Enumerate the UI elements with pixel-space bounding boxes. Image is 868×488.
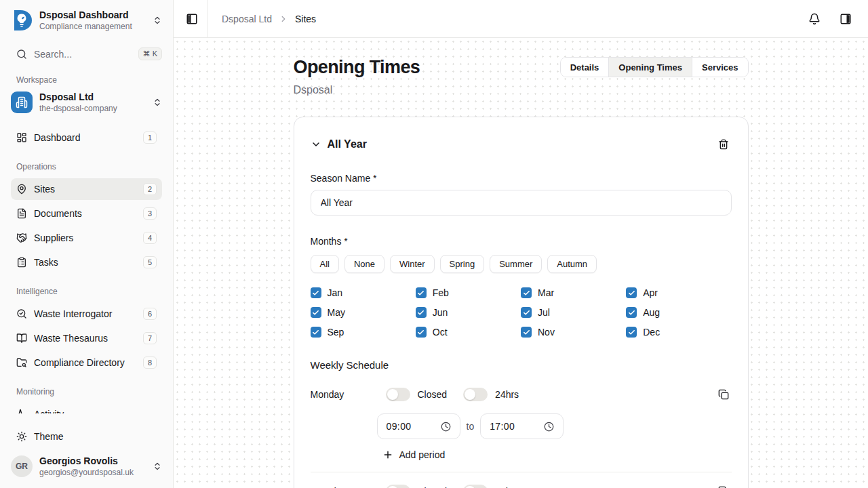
chevron-right-icon bbox=[279, 14, 288, 24]
24hrs-toggle[interactable] bbox=[463, 388, 488, 401]
month-label: Sep bbox=[328, 327, 344, 338]
preset-all-button[interactable]: All bbox=[311, 255, 339, 273]
app-logo-icon bbox=[11, 9, 33, 31]
bell-icon bbox=[808, 13, 821, 25]
month-label: Jun bbox=[433, 307, 448, 318]
sidebar-item-tasks[interactable]: Tasks 5 bbox=[11, 251, 162, 273]
season-name-input[interactable] bbox=[311, 190, 732, 216]
sidebar-item-waste-interrogator[interactable]: Waste Interrogator 6 bbox=[11, 303, 162, 325]
close-time-value: 17:00 bbox=[490, 421, 544, 432]
sidebar-item-waste-thesaurus[interactable]: Waste Thesaurus 7 bbox=[11, 327, 162, 349]
checkbox-checked bbox=[311, 327, 321, 338]
month-checkbox-oct[interactable]: Oct bbox=[416, 327, 521, 338]
sidebar-footer: Theme GR Georgios Rovolis georgios@yourd… bbox=[11, 426, 162, 481]
clock-icon[interactable] bbox=[441, 422, 451, 432]
close-time-input[interactable]: 17:00 bbox=[480, 413, 564, 439]
handshake-icon bbox=[16, 232, 27, 243]
sidebar-toggle-button[interactable] bbox=[183, 10, 201, 28]
nav-badge: 5 bbox=[143, 256, 157, 268]
day-row-monday: Monday Closed 24hrs 09:00 bbox=[311, 386, 732, 472]
toggle-knob bbox=[387, 389, 398, 400]
preset-spring-button[interactable]: Spring bbox=[440, 255, 485, 273]
month-checkbox-jul[interactable]: Jul bbox=[521, 307, 626, 318]
checkbox-checked bbox=[311, 287, 321, 298]
copy-icon bbox=[718, 389, 729, 400]
workspace-avatar bbox=[11, 92, 33, 113]
sidebar-item-label: Compliance Directory bbox=[34, 357, 125, 368]
workspace-switcher[interactable]: Dsposal Ltd the-dsposal-company bbox=[11, 92, 162, 113]
sidebar-item-activity[interactable]: Activity bbox=[11, 403, 162, 413]
preset-winter-button[interactable]: Winter bbox=[390, 255, 435, 273]
month-checkbox-jan[interactable]: Jan bbox=[311, 287, 416, 298]
copy-day-button[interactable] bbox=[715, 386, 732, 403]
breadcrumb-parent[interactable]: Dsposal Ltd bbox=[222, 14, 272, 24]
tab-services[interactable]: Services bbox=[692, 58, 748, 77]
nav-badge: 7 bbox=[143, 332, 157, 344]
right-panel-toggle-button[interactable] bbox=[837, 10, 854, 28]
24hrs-toggle[interactable] bbox=[463, 485, 488, 488]
month-label: Dec bbox=[643, 327, 660, 338]
nav-badge: 3 bbox=[143, 207, 157, 220]
month-label: Feb bbox=[433, 287, 449, 298]
toggle-knob bbox=[465, 389, 475, 400]
tab-details[interactable]: Details bbox=[561, 58, 610, 77]
month-checkbox-sep[interactable]: Sep bbox=[311, 327, 416, 338]
month-checkbox-nov[interactable]: Nov bbox=[521, 327, 626, 338]
open-time-input[interactable]: 09:00 bbox=[377, 413, 460, 439]
season-name-label: Season Name * bbox=[311, 173, 732, 184]
month-checkbox-mar[interactable]: Mar bbox=[521, 287, 626, 298]
chevrons-up-down-icon bbox=[153, 98, 162, 107]
month-checkbox-jun[interactable]: Jun bbox=[416, 307, 521, 318]
sidebar-item-dashboard[interactable]: Dashboard 1 bbox=[11, 127, 162, 148]
theme-toggle[interactable]: Theme bbox=[11, 426, 162, 447]
delete-season-button[interactable] bbox=[715, 136, 732, 152]
closed-toggle[interactable] bbox=[386, 388, 410, 401]
topbar-divider bbox=[208, 0, 208, 38]
month-checkbox-feb[interactable]: Feb bbox=[416, 287, 521, 298]
panel-right-icon bbox=[840, 13, 852, 25]
breadcrumb-current[interactable]: Sites bbox=[295, 14, 316, 24]
preset-none-button[interactable]: None bbox=[344, 255, 384, 273]
user-menu[interactable]: GR Georgios Rovolis georgios@yourdsposal… bbox=[11, 453, 162, 481]
check-icon bbox=[523, 329, 530, 336]
check-icon bbox=[628, 309, 635, 317]
search-input[interactable]: Search... ⌘ K bbox=[11, 47, 162, 60]
section-label-monitoring: Monitoring bbox=[11, 387, 162, 396]
chevron-down-icon[interactable] bbox=[311, 139, 321, 150]
sidebar-item-sites[interactable]: Sites 2 bbox=[11, 178, 162, 200]
add-period-button[interactable]: Add period bbox=[382, 449, 446, 460]
book-open-icon bbox=[16, 333, 27, 344]
checkbox-checked bbox=[521, 287, 532, 298]
clipboard-list-icon bbox=[16, 257, 27, 268]
app-title: Dsposal Dashboard bbox=[39, 9, 146, 20]
month-checkbox-apr[interactable]: Apr bbox=[626, 287, 731, 298]
topbar: Dsposal Ltd Sites bbox=[174, 0, 868, 38]
month-label: Jul bbox=[538, 307, 550, 318]
checkbox-checked bbox=[521, 327, 532, 338]
month-label: Nov bbox=[538, 327, 555, 338]
check-icon bbox=[417, 329, 425, 336]
section-label-operations: Operations bbox=[11, 162, 162, 171]
day-divider bbox=[311, 472, 732, 472]
preset-summer-button[interactable]: Summer bbox=[490, 255, 542, 273]
closed-toggle[interactable] bbox=[386, 485, 410, 488]
month-grid: Jan Feb Mar Apr May Jun Jul Aug Sep Oct … bbox=[311, 287, 732, 338]
clock-icon[interactable] bbox=[544, 422, 554, 432]
search-icon bbox=[16, 49, 27, 60]
layout-dashboard-icon bbox=[16, 132, 27, 143]
check-icon bbox=[312, 329, 319, 336]
workspace-name: Dsposal Ltd bbox=[39, 92, 146, 102]
preset-autumn-button[interactable]: Autumn bbox=[547, 255, 597, 273]
sidebar-item-compliance-directory[interactable]: Compliance Directory 8 bbox=[11, 352, 162, 373]
month-checkbox-may[interactable]: May bbox=[311, 307, 416, 318]
month-checkbox-aug[interactable]: Aug bbox=[626, 307, 731, 318]
sidebar-item-suppliers[interactable]: Suppliers 4 bbox=[11, 227, 162, 249]
notifications-button[interactable] bbox=[806, 10, 823, 28]
page-title: Opening Times bbox=[294, 57, 420, 78]
month-checkbox-dec[interactable]: Dec bbox=[626, 327, 731, 338]
app-switcher[interactable]: Dsposal Dashboard Compliance management bbox=[11, 9, 162, 31]
copy-day-button[interactable] bbox=[715, 483, 732, 488]
user-name: Georgios Rovolis bbox=[39, 455, 146, 466]
sidebar-item-documents[interactable]: Documents 3 bbox=[11, 203, 162, 224]
tab-opening-times[interactable]: Opening Times bbox=[609, 58, 692, 77]
